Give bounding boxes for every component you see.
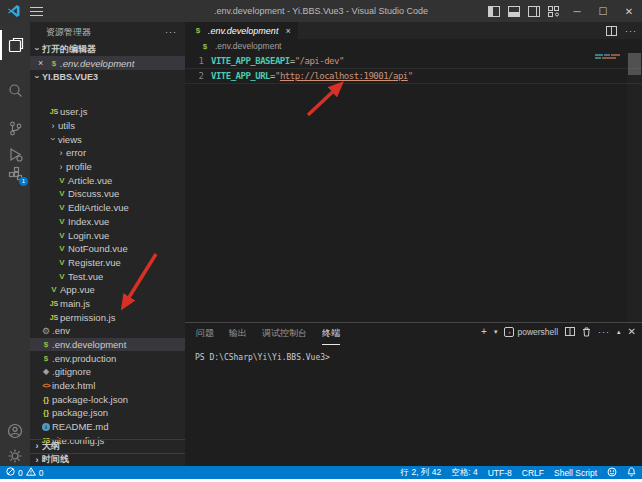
- editor-more-actions-icon[interactable]: ···: [625, 26, 637, 36]
- panel-more-actions-icon[interactable]: ···: [598, 327, 610, 337]
- minimap[interactable]: [595, 53, 627, 60]
- feedback-smiley-icon[interactable]: [607, 467, 617, 479]
- tree-item-label: error: [66, 147, 86, 158]
- tree-item-label: README.md: [52, 421, 108, 432]
- toggle-panel-icon[interactable]: [504, 0, 524, 22]
- editor-area: $ .env.development × ··· $ .env.developm…: [185, 22, 642, 466]
- tree-item-package.json[interactable]: {}package.json: [30, 406, 185, 420]
- kill-terminal-icon[interactable]: [582, 327, 591, 337]
- tab-env-development[interactable]: $ .env.development ×: [185, 22, 298, 39]
- tree-item-error[interactable]: ›error: [30, 146, 185, 160]
- minimize-button[interactable]: ─: [564, 0, 590, 22]
- explorer-more-actions[interactable]: ···: [165, 27, 177, 37]
- tab-label: .env.development: [208, 26, 278, 36]
- tree-item-.gitignore[interactable]: ◆.gitignore: [30, 365, 185, 379]
- tree-item-Discuss.vue[interactable]: VDiscuss.vue: [30, 187, 185, 201]
- indentation[interactable]: 空格: 4: [451, 467, 477, 479]
- panel-tab-调试控制台[interactable]: 调试控制台: [262, 323, 307, 345]
- vue-file-icon: V: [56, 258, 68, 267]
- tree-item-NotFound.vue[interactable]: VNotFound.vue: [30, 242, 185, 256]
- tree-item-label: utils: [58, 120, 75, 131]
- tree-item-Test.vue[interactable]: VTest.vue: [30, 269, 185, 283]
- breadcrumb[interactable]: $ .env.development: [185, 39, 642, 53]
- timeline-section[interactable]: › 时间线: [30, 453, 185, 467]
- search-icon[interactable]: [0, 75, 30, 105]
- chevron-down-icon: ›: [32, 72, 42, 82]
- js-file-icon: JS: [48, 108, 60, 115]
- vue-file-icon: V: [48, 285, 60, 294]
- tree-item-.env.production[interactable]: $.env.production: [30, 351, 185, 365]
- vscode-window: .env.development - Yi.BBS.Vue3 - Visual …: [0, 0, 642, 482]
- tree-item-label: permission.js: [60, 312, 115, 323]
- eol-sequence[interactable]: CRLF: [522, 468, 544, 478]
- outline-section[interactable]: › 大纲: [30, 439, 185, 453]
- tab-bar: $ .env.development × ···: [185, 22, 642, 39]
- code-line-1[interactable]: 1VITE_APP_BASEAPI="/api-dev": [185, 53, 642, 68]
- status-bar: 0 0 行 2, 列 42 空格: 4 UTF-8 CRLF Shell Scr…: [0, 466, 642, 479]
- menu-icon[interactable]: [30, 7, 43, 16]
- close-button[interactable]: ✕: [616, 0, 642, 22]
- terminal-shell-item[interactable]: › powershell: [504, 327, 558, 337]
- problems-status[interactable]: 0 0: [6, 467, 43, 478]
- env-file-icon: $: [199, 42, 211, 51]
- tree-item-.env.development[interactable]: $.env.development: [30, 338, 185, 352]
- tree-item-.env[interactable]: ⚙.env: [30, 324, 185, 338]
- tree-item-permission.js[interactable]: JSpermission.js: [30, 310, 185, 324]
- env-file-icon: $: [48, 59, 60, 68]
- tree-item-index.html[interactable]: <>index.html: [30, 379, 185, 393]
- vue-file-icon: V: [56, 176, 68, 185]
- tree-item-profile[interactable]: ›profile: [30, 160, 185, 174]
- url-link[interactable]: http://localhost:19001/api: [280, 71, 408, 81]
- chevron-right-icon: ›: [56, 148, 66, 158]
- tree-item-label: index.html: [52, 380, 95, 391]
- tree-item-utils[interactable]: ›utils: [30, 119, 185, 133]
- code-token: VITE_APP_BASEAPI: [211, 56, 290, 66]
- notifications-bell-icon[interactable]: [627, 467, 636, 479]
- maximize-button[interactable]: ☐: [590, 0, 616, 22]
- customize-layout-icon[interactable]: [544, 0, 564, 22]
- code-line-2[interactable]: 2VITE_APP_URL="http://localhost:19001/ap…: [185, 68, 642, 83]
- tree-item-Article.vue[interactable]: VArticle.vue: [30, 173, 185, 187]
- close-editor-icon[interactable]: ×: [38, 58, 48, 68]
- html-file-icon: <>: [40, 381, 52, 390]
- workspace-root-header[interactable]: › YI.BBS.VUE3: [30, 70, 185, 84]
- terminal-content[interactable]: PS D:\CSharp\Yi\Yi.BBS.Vue3>: [185, 345, 642, 362]
- extensions-icon[interactable]: 1: [0, 158, 30, 188]
- tree-item-EditArticle.vue[interactable]: VEditArticle.vue: [30, 201, 185, 215]
- panel-tab-输出[interactable]: 输出: [229, 323, 247, 345]
- toggle-secondary-sidebar-icon[interactable]: [524, 0, 544, 22]
- code-editor[interactable]: 1VITE_APP_BASEAPI="/api-dev"2VITE_APP_UR…: [185, 53, 642, 322]
- tree-item-Register.vue[interactable]: VRegister.vue: [30, 256, 185, 270]
- split-terminal-icon[interactable]: [565, 327, 575, 336]
- panel-tab-问题[interactable]: 问题: [196, 323, 214, 345]
- tree-item-label: Test.vue: [68, 271, 103, 282]
- tree-item-label: .env.production: [52, 353, 116, 364]
- tab-close-icon[interactable]: ×: [285, 26, 290, 36]
- tree-item-views[interactable]: ›views: [30, 132, 185, 146]
- explorer-icon[interactable]: [0, 30, 30, 60]
- maximize-panel-icon[interactable]: ▴: [617, 328, 621, 336]
- split-editor-icon[interactable]: [606, 22, 617, 40]
- env-file-icon: $: [192, 26, 204, 35]
- toggle-sidebar-icon[interactable]: [484, 0, 504, 22]
- language-mode[interactable]: Shell Script: [554, 468, 597, 478]
- tree-item-package-lock.json[interactable]: {}package-lock.json: [30, 392, 185, 406]
- encoding[interactable]: UTF-8: [488, 468, 512, 478]
- tree-item-label: package.json: [52, 407, 108, 418]
- tree-item-label: NotFound.vue: [68, 243, 128, 254]
- tree-item-Login.vue[interactable]: VLogin.vue: [30, 228, 185, 242]
- terminal-dropdown-icon[interactable]: ▾: [494, 328, 498, 336]
- panel-tab-终端[interactable]: 终端: [322, 323, 340, 345]
- close-panel-icon[interactable]: ✕: [628, 326, 636, 337]
- open-editor-item[interactable]: × $ .env.development: [30, 56, 185, 70]
- cursor-position[interactable]: 行 2, 列 42: [401, 467, 442, 479]
- tree-item-user.js[interactable]: JSuser.js: [30, 105, 185, 119]
- tree-item-label: main.js: [60, 298, 90, 309]
- scrollbar[interactable]: [627, 53, 642, 322]
- tree-item-main.js[interactable]: JSmain.js: [30, 297, 185, 311]
- tree-item-README.md[interactable]: iREADME.md: [30, 420, 185, 434]
- tree-item-App.vue[interactable]: VApp.vue: [30, 283, 185, 297]
- new-terminal-icon[interactable]: +: [481, 326, 487, 337]
- tree-item-Index.vue[interactable]: VIndex.vue: [30, 215, 185, 229]
- open-editors-header[interactable]: › 打开的编辑器: [30, 42, 185, 56]
